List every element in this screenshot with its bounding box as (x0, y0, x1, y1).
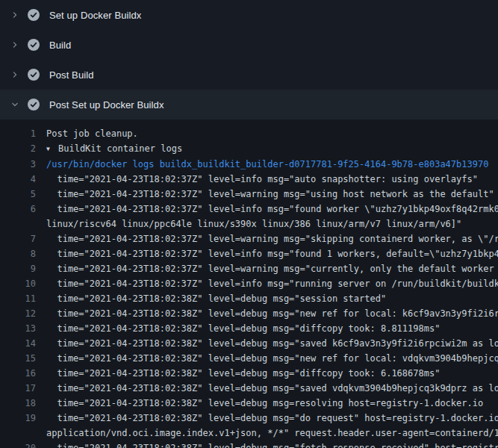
log-line: 2▼BuildKit container logs (0, 141, 498, 157)
step-set-up-docker-buildx[interactable]: Set up Docker Buildx (0, 0, 498, 30)
line-number[interactable]: 6 (0, 202, 36, 217)
step-post-set-up-docker-buildx[interactable]: Post Set up Docker Buildx (0, 90, 498, 119)
line-number[interactable]: 11 (0, 291, 36, 306)
line-number (0, 217, 36, 231)
log-line: 8 time="2021-04-23T18:02:37Z" level=info… (0, 246, 498, 261)
line-number[interactable]: 8 (0, 246, 36, 261)
log-line: 16 time="2021-04-23T18:02:38Z" level=deb… (0, 366, 498, 381)
group-label[interactable]: BuildKit container logs (58, 143, 182, 154)
line-number[interactable]: 19 (0, 411, 36, 426)
line-number[interactable]: 10 (0, 276, 36, 291)
log-group-line: ▼BuildKit container logs (36, 141, 182, 157)
check-circle-icon (28, 39, 40, 51)
line-number[interactable]: 9 (0, 261, 36, 276)
log-text: time="2021-04-23T18:02:38Z" level=debug … (36, 321, 440, 336)
log-line: 20 time="2021-04-23T18:02:38Z" level=deb… (0, 441, 498, 448)
chevron-right-icon (9, 39, 21, 51)
chevron-right-icon (9, 9, 21, 21)
log-line: 1Post job cleanup. (0, 126, 498, 141)
log-text: time="2021-04-23T18:02:37Z" level=info m… (36, 202, 498, 217)
step-label: Post Set up Docker Buildx (49, 99, 164, 111)
step-list: Set up Docker BuildxBuildPost BuildPost … (0, 0, 498, 119)
log-line: 6 time="2021-04-23T18:02:37Z" level=info… (0, 202, 498, 217)
line-number[interactable]: 4 (0, 172, 36, 187)
log-line: 5 time="2021-04-23T18:02:37Z" level=warn… (0, 187, 498, 202)
line-number[interactable]: 14 (0, 336, 36, 351)
log-text: time="2021-04-23T18:02:38Z" level=debug … (36, 306, 498, 321)
line-number[interactable]: 1 (0, 126, 36, 141)
log-line: 3/usr/bin/docker logs buildx_buildkit_bu… (0, 157, 498, 172)
log-text: time="2021-04-23T18:02:38Z" level=debug … (36, 396, 483, 411)
line-number (0, 426, 36, 441)
log-line: 14 time="2021-04-23T18:02:38Z" level=deb… (0, 336, 498, 351)
chevron-right-icon (9, 69, 21, 81)
log-text: time="2021-04-23T18:02:38Z" level=debug … (36, 366, 440, 381)
log-text: time="2021-04-23T18:02:37Z" level=warnin… (36, 187, 494, 202)
log-line: 12 time="2021-04-23T18:02:38Z" level=deb… (0, 306, 498, 321)
log-line: 13 time="2021-04-23T18:02:38Z" level=deb… (0, 321, 498, 336)
log-text: application/vnd.oci.image.index.v1+json,… (36, 426, 498, 441)
log-text: time="2021-04-23T18:02:37Z" level=warnin… (36, 261, 498, 276)
check-circle-icon (28, 99, 40, 111)
log-text: time="2021-04-23T18:02:38Z" level=debug … (36, 411, 498, 426)
log-command-text: /usr/bin/docker logs buildx_buildkit_bui… (36, 157, 488, 172)
log-line: linux/riscv64 linux/ppc64le linux/s390x … (0, 217, 498, 231)
check-circle-icon (28, 69, 40, 81)
log-text: time="2021-04-23T18:02:37Z" level=info m… (36, 276, 498, 291)
log-text: time="2021-04-23T18:02:38Z" level=debug … (36, 381, 498, 396)
step-build[interactable]: Build (0, 30, 498, 60)
log-line: 18 time="2021-04-23T18:02:38Z" level=deb… (0, 396, 498, 411)
log-line: 9 time="2021-04-23T18:02:37Z" level=warn… (0, 261, 498, 276)
log-line: 11 time="2021-04-23T18:02:38Z" level=deb… (0, 291, 498, 306)
check-circle-icon (28, 9, 40, 21)
step-label: Post Build (49, 69, 94, 81)
line-number[interactable]: 2 (0, 141, 36, 157)
log-line: 4 time="2021-04-23T18:02:37Z" level=info… (0, 172, 498, 187)
line-number[interactable]: 5 (0, 187, 36, 202)
log-text: time="2021-04-23T18:02:37Z" level=info m… (36, 246, 498, 261)
log-lines: 1Post job cleanup.2▼BuildKit container l… (0, 126, 498, 448)
line-number[interactable]: 17 (0, 381, 36, 396)
step-label: Build (49, 40, 71, 51)
log-text: time="2021-04-23T18:02:37Z" level=warnin… (36, 231, 498, 246)
line-number[interactable]: 18 (0, 396, 36, 411)
log-line: 10 time="2021-04-23T18:02:37Z" level=inf… (0, 276, 498, 291)
log-text: time="2021-04-23T18:02:38Z" level=debug … (36, 291, 386, 306)
line-number[interactable]: 16 (0, 366, 36, 381)
log-text: Post job cleanup. (36, 126, 138, 141)
log-text: linux/riscv64 linux/ppc64le linux/s390x … (36, 217, 461, 231)
log-line: 19 time="2021-04-23T18:02:38Z" level=deb… (0, 411, 498, 426)
line-number[interactable]: 13 (0, 321, 36, 336)
log-text: time="2021-04-23T18:02:38Z" level=debug … (36, 336, 498, 351)
line-number[interactable]: 20 (0, 441, 36, 448)
group-expanded-icon[interactable]: ▼ (46, 142, 58, 157)
log-text: time="2021-04-23T18:02:38Z" level=debug … (36, 441, 498, 448)
log-text: time="2021-04-23T18:02:38Z" level=debug … (36, 351, 498, 366)
log-pane: 1Post job cleanup.2▼BuildKit container l… (0, 119, 498, 448)
line-number[interactable]: 7 (0, 231, 36, 246)
log-line: application/vnd.oci.image.index.v1+json,… (0, 426, 498, 441)
line-number[interactable]: 12 (0, 306, 36, 321)
step-post-build[interactable]: Post Build (0, 60, 498, 90)
line-number[interactable]: 3 (0, 157, 36, 172)
chevron-down-icon (9, 99, 21, 111)
log-line: 15 time="2021-04-23T18:02:38Z" level=deb… (0, 351, 498, 366)
step-label: Set up Docker Buildx (49, 10, 141, 21)
log-line: 17 time="2021-04-23T18:02:38Z" level=deb… (0, 381, 498, 396)
log-line: 7 time="2021-04-23T18:02:37Z" level=warn… (0, 231, 498, 246)
line-number[interactable]: 15 (0, 351, 36, 366)
log-text: time="2021-04-23T18:02:37Z" level=info m… (36, 172, 478, 187)
